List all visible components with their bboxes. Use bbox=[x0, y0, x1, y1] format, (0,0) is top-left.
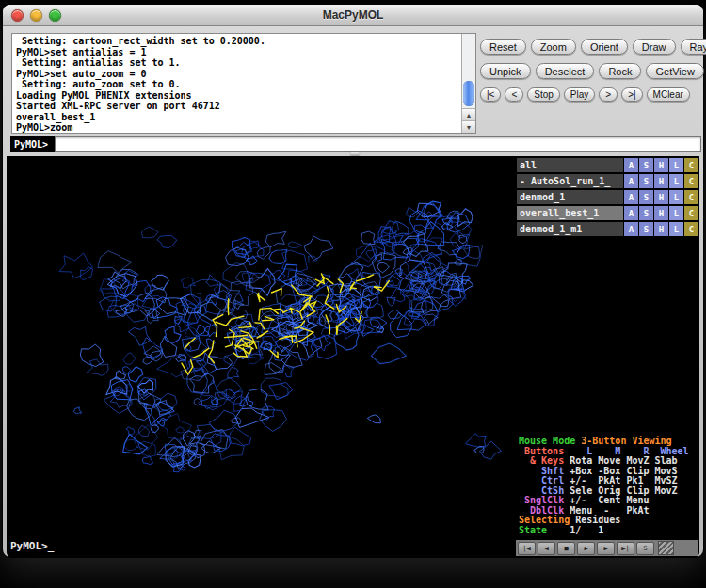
toolbar-row-2: UnpickDeselectRockGetView bbox=[480, 63, 703, 79]
mouse-panel-text: Buttons bbox=[519, 446, 564, 456]
object-color-button[interactable]: C bbox=[684, 206, 698, 220]
object-hide-button[interactable]: H bbox=[654, 206, 668, 220]
reset-button[interactable]: Reset bbox=[480, 39, 526, 55]
mouse-panel-text: Menu - PkAt bbox=[564, 505, 649, 516]
mouse-panel-text: Sele Orig Clip MovZ bbox=[564, 485, 677, 496]
movie-stop-button[interactable]: ■ bbox=[557, 542, 575, 555]
seek-end-button[interactable]: >| bbox=[621, 87, 642, 102]
console-line: Setting: antialias set to 1. bbox=[16, 57, 461, 69]
object-show-button[interactable]: S bbox=[639, 158, 653, 172]
object-name[interactable]: denmod_1_m1 bbox=[517, 222, 623, 236]
ray-button[interactable]: Ray bbox=[681, 39, 706, 55]
mouse-panel-text: SnglClk bbox=[519, 495, 564, 505]
mouse-panel-line-9[interactable]: State 1/ 1 bbox=[519, 526, 689, 536]
play-button[interactable]: Play bbox=[564, 87, 595, 102]
mouse-panel-text: Ctrl bbox=[519, 475, 564, 485]
object-show-button[interactable]: S bbox=[639, 206, 653, 220]
mouse-panel-text: Rota Move MovZ Slab bbox=[564, 455, 677, 466]
mouse-panel-text: & Keys bbox=[519, 455, 564, 466]
object-action-button[interactable]: A bbox=[624, 190, 638, 204]
viewport-command-prompt[interactable]: PyMOL>_ bbox=[10, 540, 54, 552]
mouse-panel-text: CtSh bbox=[519, 485, 564, 496]
deselect-button[interactable]: Deselect bbox=[536, 63, 595, 79]
object-hide-button[interactable]: H bbox=[654, 190, 668, 204]
mouse-panel-text: Residues bbox=[570, 515, 620, 525]
movie-step-back-button[interactable]: ◀ bbox=[538, 542, 555, 555]
object-color-button[interactable]: C bbox=[684, 190, 698, 204]
object-action-button[interactable]: A bbox=[624, 206, 638, 220]
object-action-button[interactable]: A bbox=[624, 158, 638, 172]
mouse-panel-text: State bbox=[519, 525, 547, 535]
object-hide-button[interactable]: H bbox=[654, 174, 668, 188]
object-color-button[interactable]: C bbox=[684, 158, 698, 172]
mouse-panel-text: 1/ 1 bbox=[547, 525, 603, 535]
getview-button[interactable]: GetView bbox=[646, 63, 703, 79]
console-line: PyMOL>set antialias = 1 bbox=[16, 47, 461, 58]
mouse-panel-text: L M R Wheel bbox=[564, 446, 688, 456]
movie-play-button[interactable]: ▶ bbox=[577, 542, 595, 555]
console-line: Setting: cartoon_rect_width set to 0.200… bbox=[16, 36, 461, 47]
mclear-button[interactable]: MClear bbox=[647, 87, 690, 102]
object-label-button[interactable]: L bbox=[669, 206, 683, 220]
object-name[interactable]: all bbox=[517, 158, 623, 172]
object-label-button[interactable]: L bbox=[669, 174, 683, 188]
movie-seek-end-button[interactable]: ▶| bbox=[617, 542, 634, 555]
object-color-button[interactable]: C bbox=[684, 222, 698, 236]
stop-button[interactable]: Stop bbox=[527, 87, 560, 102]
mouse-panel-text: Mouse Mode bbox=[519, 436, 575, 446]
toolbar-row-1: ResetZoomOrientDrawRay bbox=[480, 39, 703, 55]
object-row-all: allASHLC bbox=[517, 158, 698, 172]
object-action-button[interactable]: A bbox=[624, 174, 638, 188]
macpymol-window: MacPyMOL Setting: cartoon_rect_width set… bbox=[3, 5, 703, 557]
console-log: Setting: cartoon_rect_width set to 0.200… bbox=[11, 33, 476, 134]
mouse-panel-text: 3-Button Viewing bbox=[575, 436, 671, 446]
orient-button[interactable]: Orient bbox=[581, 39, 628, 55]
step-forward-button[interactable]: > bbox=[599, 87, 618, 102]
workspace: PyMOL>_ allASHLC- AutoSol_run_1_ASHLCden… bbox=[7, 156, 699, 558]
console-line: PyMOL>set auto_zoom = 0 bbox=[16, 69, 461, 80]
seek-start-button[interactable]: |< bbox=[480, 87, 501, 102]
console-line: Started XML-RPC server on port 46712 bbox=[16, 101, 461, 112]
zoom-button[interactable]: Zoom bbox=[531, 39, 576, 55]
object-name[interactable]: - AutoSol_run_1_ bbox=[517, 174, 623, 188]
console-scrollbar[interactable]: ▲ ▼ bbox=[461, 34, 475, 133]
scrollbar-thumb[interactable] bbox=[463, 81, 474, 106]
object-show-button[interactable]: S bbox=[639, 174, 653, 188]
object-hide-button[interactable]: H bbox=[654, 222, 668, 236]
console-line: Loading PyMOL PHENIX extensions bbox=[16, 90, 461, 102]
console-line: PyMOL>zoom bbox=[16, 122, 461, 133]
resize-grip[interactable] bbox=[658, 541, 674, 555]
mouse-panel-text: +Box -Box Clip MovS bbox=[564, 466, 677, 476]
movie-step-forward-button[interactable]: ▶ bbox=[597, 542, 615, 555]
object-name[interactable]: denmod_1 bbox=[517, 190, 623, 204]
movie-controls: |◀◀■▶▶▶|S bbox=[516, 540, 698, 556]
step-back-button[interactable]: < bbox=[505, 87, 523, 102]
command-input[interactable] bbox=[55, 136, 701, 152]
mouse-panel-text: DblClk bbox=[519, 505, 564, 516]
movie-seek-start-button[interactable]: |◀ bbox=[518, 542, 536, 555]
3d-viewport[interactable] bbox=[7, 156, 516, 558]
mouse-panel-text: Selecting bbox=[519, 515, 570, 525]
object-label-button[interactable]: L bbox=[669, 158, 683, 172]
rock-button[interactable]: Rock bbox=[599, 63, 641, 79]
title-bar[interactable]: MacPyMOL bbox=[3, 5, 703, 26]
scrollbar-arrows: ▲ ▼ bbox=[462, 108, 475, 133]
scroll-up-button[interactable]: ▲ bbox=[462, 108, 475, 120]
scroll-down-button[interactable]: ▼ bbox=[462, 120, 475, 133]
mouse-panel-text: Shft bbox=[519, 466, 564, 476]
draw-button[interactable]: Draw bbox=[633, 39, 676, 55]
object-label-button[interactable]: L bbox=[669, 190, 683, 204]
object-show-button[interactable]: S bbox=[639, 190, 653, 204]
scene-button[interactable]: S bbox=[636, 542, 654, 555]
toolbar-row-3: |<<StopPlay>>|MClear bbox=[480, 87, 703, 102]
object-list: allASHLC- AutoSol_run_1_ASHLCdenmod_1ASH… bbox=[516, 156, 699, 236]
object-name[interactable]: overall_best_1 bbox=[517, 206, 623, 220]
object-panel: allASHLC- AutoSol_run_1_ASHLCdenmod_1ASH… bbox=[516, 156, 699, 558]
object-hide-button[interactable]: H bbox=[654, 158, 668, 172]
unpick-button[interactable]: Unpick bbox=[480, 63, 531, 79]
console-line: overall_best_1 bbox=[16, 112, 461, 123]
object-label-button[interactable]: L bbox=[669, 222, 683, 236]
object-show-button[interactable]: S bbox=[639, 222, 653, 236]
object-color-button[interactable]: C bbox=[684, 174, 698, 188]
object-action-button[interactable]: A bbox=[624, 222, 638, 236]
